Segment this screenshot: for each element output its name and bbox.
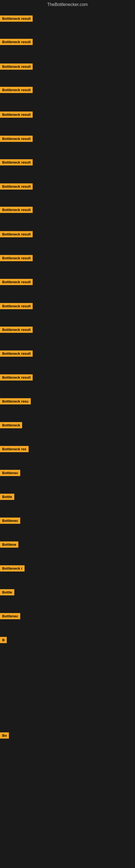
bottleneck-item: Bottleneck result (0, 135, 33, 142)
bottleneck-label: Bottleneck result (0, 350, 33, 357)
bottleneck-label: Bo (0, 733, 9, 739)
bottleneck-label: B (0, 637, 7, 643)
bottleneck-item: Bottlenec (0, 613, 20, 619)
bottleneck-item: Bottleneck result (0, 63, 33, 70)
site-title: TheBottlenecker.com (0, 0, 135, 9)
bottleneck-label: Bottleneck result (0, 303, 33, 309)
bottleneck-label: Bottleneck result (0, 87, 33, 93)
bottleneck-label: Bottleneck result (0, 279, 33, 285)
bottleneck-item: Bottleneck result (0, 112, 33, 118)
bottleneck-label: Bottlene (0, 541, 18, 548)
bottleneck-label: Bottlenec (0, 470, 20, 476)
bottleneck-label: Bottleneck result (0, 135, 33, 142)
bottleneck-item: Bottleneck result (0, 16, 33, 22)
bottleneck-label: Bottleneck result (0, 39, 33, 45)
bottleneck-item: Bottlenec (0, 518, 20, 524)
bottleneck-item: Bottle (0, 494, 14, 500)
bottleneck-label: Bottleneck resu (0, 398, 31, 404)
bottleneck-label: Bottleneck result (0, 16, 33, 22)
bottleneck-item: Bottleneck result (0, 87, 33, 93)
bottleneck-label: Bottle (0, 589, 14, 595)
bottleneck-item: Bottleneck resu (0, 398, 31, 404)
bottleneck-label: Bottleneck result (0, 327, 33, 333)
bottleneck-item: Bottleneck (0, 422, 22, 428)
bottleneck-item: Bottlene (0, 541, 18, 548)
bottleneck-item: Bottleneck result (0, 303, 33, 309)
bottleneck-item: Bottleneck res (0, 446, 29, 452)
bottleneck-item: Bottleneck result (0, 39, 33, 45)
bottleneck-label: Bottleneck r (0, 565, 25, 571)
bottleneck-item: Bottleneck result (0, 327, 33, 333)
bottleneck-label: Bottleneck result (0, 255, 33, 261)
bottleneck-label: Bottleneck result (0, 231, 33, 237)
bottleneck-label: Bottleneck result (0, 183, 33, 190)
bottleneck-item: Bottle (0, 589, 14, 595)
bottleneck-label: Bottleneck (0, 422, 22, 428)
bottleneck-label: Bottlenec (0, 518, 20, 524)
bottleneck-item: B (0, 637, 7, 643)
bottleneck-item: Bottleneck result (0, 207, 33, 213)
bottleneck-label: Bottle (0, 494, 14, 500)
bottleneck-item: Bottleneck r (0, 565, 25, 571)
bottleneck-item: Bottleneck result (0, 255, 33, 261)
bottleneck-item: Bottleneck result (0, 350, 33, 357)
bottleneck-label: Bottlenec (0, 613, 20, 619)
bottleneck-item: Bottleneck result (0, 374, 33, 380)
bottleneck-label: Bottleneck result (0, 159, 33, 165)
bottleneck-item: Bottlenec (0, 470, 20, 476)
bottleneck-label: Bottleneck result (0, 63, 33, 70)
bottleneck-item: Bottleneck result (0, 231, 33, 237)
bottleneck-item: Bo (0, 733, 9, 739)
bottleneck-label: Bottleneck result (0, 112, 33, 118)
bottleneck-label: Bottleneck result (0, 374, 33, 380)
bottleneck-item: Bottleneck result (0, 183, 33, 190)
bottleneck-item: Bottleneck result (0, 159, 33, 165)
bottleneck-label: Bottleneck res (0, 446, 29, 452)
bottleneck-label: Bottleneck result (0, 207, 33, 213)
bottleneck-item: Bottleneck result (0, 279, 33, 285)
